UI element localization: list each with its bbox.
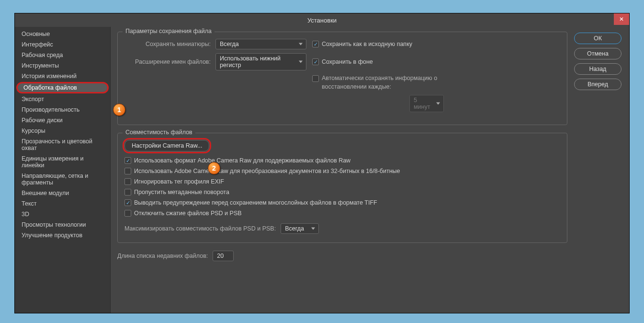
ignore-exif-checkbox[interactable]: Игнорировать тег профиля EXIF [124, 178, 560, 185]
max-compat-select[interactable]: Всегда [281, 223, 319, 234]
recent-files-input[interactable] [213, 251, 234, 261]
titlebar: Установки ✕ [15, 13, 629, 27]
auto-recover-checkbox[interactable]: Автоматически сохранять информацию о вос… [312, 74, 446, 91]
sidebar-item-transparency[interactable]: Прозрачность и цветовой охват [15, 136, 110, 153]
use-adobe-raw-checkbox[interactable]: Использовать формат Adobe Camera Raw для… [124, 157, 560, 164]
disable-psd-comp-checkbox[interactable]: Отключить сжатие файлов PSD и PSB [124, 210, 560, 217]
save-background-checkbox[interactable]: Сохранить в фоне [312, 58, 373, 65]
checkbox-icon [312, 58, 319, 65]
cancel-button[interactable]: Отмена [574, 48, 621, 59]
callout-badge-1: 1 [113, 104, 125, 116]
close-button[interactable]: ✕ [614, 13, 629, 25]
sidebar-item-scratch-disks[interactable]: Рабочие диски [15, 115, 110, 126]
sidebar-item-workspace[interactable]: Рабочая среда [15, 50, 110, 60]
skip-rotation-checkbox[interactable]: Пропустить метаданные поворота [124, 189, 560, 196]
file-compat-legend: Совместимость файлов [123, 129, 195, 136]
checkbox-icon [124, 189, 131, 196]
checkbox-icon [124, 157, 131, 164]
sidebar-item-tools[interactable]: Инструменты [15, 60, 110, 71]
sidebar-item-file-handling[interactable]: Обработка файлов [17, 82, 108, 93]
checkbox-icon [312, 41, 319, 47]
sidebar-item-product-improvement[interactable]: Улучшение продуктов [15, 230, 110, 241]
forward-button[interactable]: Вперед [574, 79, 621, 90]
auto-recover-interval-select[interactable]: 5 минут [409, 95, 444, 112]
sidebar-item-interface[interactable]: Интерфейс [15, 39, 110, 50]
ext-label: Расширение имен файлов: [124, 58, 215, 65]
callout-badge-2: 2 [208, 162, 220, 174]
file-saving-fieldset: Параметры сохранения файла Сохранять мин… [117, 32, 567, 125]
checkbox-icon [312, 75, 319, 82]
sidebar-item-general[interactable]: Основные [15, 29, 110, 39]
sidebar-item-performance[interactable]: Производительность [15, 104, 110, 115]
max-compat-label: Максимизировать совместимость файлов PSD… [124, 225, 281, 232]
back-button[interactable]: Назад [574, 63, 621, 75]
sidebar-item-history[interactable]: История изменений [15, 71, 110, 81]
ext-select[interactable]: Использовать нижний регистр [215, 53, 306, 70]
sidebar-item-3d[interactable]: 3D [15, 209, 110, 219]
checkbox-icon [124, 178, 131, 185]
sidebar-item-guides[interactable]: Направляющие, сетка и фрагменты [15, 171, 110, 188]
sidebar-item-units[interactable]: Единицы измерения и линейки [15, 153, 110, 171]
sidebar: Основные Интерфейс Рабочая среда Инструм… [15, 27, 111, 313]
window-title: Установки [307, 17, 337, 24]
action-column: ОК Отмена Назад Вперед [574, 27, 629, 313]
main-panel: Параметры сохранения файла Сохранять мин… [111, 27, 574, 313]
tiff-warn-checkbox[interactable]: Выводить предупреждение перед сохранение… [124, 199, 560, 206]
recent-files-label: Длина списка недавних файлов: [117, 253, 213, 259]
checkbox-icon [124, 199, 131, 206]
checkbox-icon [124, 168, 131, 174]
file-saving-legend: Параметры сохранения файла [123, 28, 215, 35]
sidebar-item-cursors[interactable]: Курсоры [15, 126, 110, 136]
ok-button[interactable]: ОК [574, 33, 621, 44]
sidebar-item-plugins[interactable]: Внешние модули [15, 188, 110, 198]
save-original-checkbox[interactable]: Сохранить как в исходную папку [312, 41, 412, 47]
sidebar-item-export[interactable]: Экспорт [15, 94, 110, 104]
use-adobe-raw-32-checkbox[interactable]: Использовать Adobe Camera Raw для преобр… [124, 168, 560, 174]
file-compat-fieldset: Совместимость файлов Настройки Camera Ra… [117, 133, 567, 243]
checkbox-icon [124, 210, 131, 217]
thumb-select[interactable]: Всегда [215, 39, 306, 49]
camera-raw-settings-button[interactable]: Настройки Camera Raw... [124, 140, 209, 151]
sidebar-item-tech-previews[interactable]: Просмотры технологии [15, 219, 110, 230]
sidebar-item-type[interactable]: Текст [15, 198, 110, 209]
dialog-body: 1 2 Основные Интерфейс Рабочая среда Инс… [15, 27, 629, 313]
thumb-label: Сохранять миниатюры: [124, 41, 215, 47]
close-icon: ✕ [619, 16, 624, 23]
preferences-window: Установки ✕ 1 2 Основные Интерфейс Рабоч… [14, 13, 630, 313]
